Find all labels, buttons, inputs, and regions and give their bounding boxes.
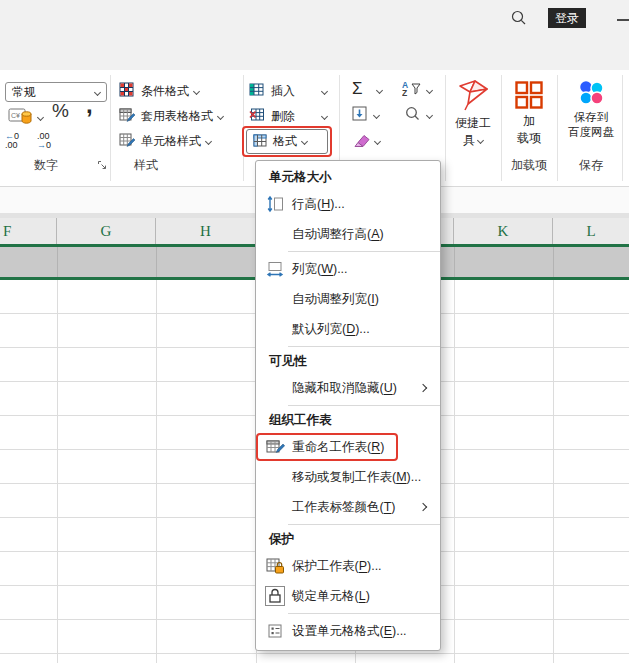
chevron-down-icon	[301, 138, 308, 145]
conditional-formatting-button[interactable]: 条件格式	[119, 81, 199, 101]
number-group-label: 数字	[0, 157, 92, 174]
menu-item-format-cells-dialog[interactable]: 设置单元格格式(E)...	[256, 616, 440, 646]
menu-item-autofit-column-width[interactable]: 自动调整列宽(I)	[256, 284, 440, 314]
menu-separator	[288, 613, 440, 614]
minimize-icon[interactable]	[617, 19, 629, 21]
find-icon[interactable]	[404, 105, 421, 126]
insert-cells-icon	[249, 82, 265, 101]
styles-group-label: 样式	[100, 157, 192, 174]
save-to-baidu-button[interactable]: 保存到 百度网盘	[558, 78, 624, 140]
sort-filter-icon[interactable]: AZ	[402, 80, 422, 101]
lock-cell-icon	[265, 586, 285, 606]
conditional-format-icon	[119, 82, 135, 101]
addins-button[interactable]: 加 载项	[503, 80, 555, 147]
format-button[interactable]: 格式	[246, 129, 328, 154]
column-header-k[interactable]: K	[454, 218, 553, 244]
svg-text:Z: Z	[402, 88, 407, 97]
chevron-down-icon[interactable]	[376, 87, 383, 94]
chevron-down-icon	[321, 112, 328, 119]
decrease-decimal-button[interactable]: ←0 .00	[5, 132, 19, 150]
menu-separator	[288, 405, 440, 406]
column-header-l[interactable]: L	[553, 218, 629, 244]
menu-item-hide-unhide[interactable]: 隐藏和取消隐藏(U)	[256, 373, 440, 403]
column-width-icon	[265, 259, 285, 279]
chevron-down-icon	[477, 137, 484, 144]
convenient-tools-button[interactable]: 便捷工 具	[447, 78, 499, 149]
chevron-down-icon[interactable]	[373, 112, 380, 119]
chevron-down-icon[interactable]	[374, 138, 381, 145]
rename-sheet-icon	[265, 437, 285, 457]
baidu-netdisk-icon	[574, 98, 608, 110]
group-separator	[445, 75, 446, 181]
chevron-down-icon[interactable]	[426, 112, 433, 119]
protect-sheet-icon	[265, 556, 285, 576]
chevron-down-icon	[94, 88, 101, 95]
menu-item-tab-color[interactable]: 工作表标签颜色(T)	[256, 492, 440, 522]
menu-separator	[288, 251, 440, 252]
cell-styles-button[interactable]: 单元格样式	[119, 131, 211, 151]
menu-header-cell-size: 单元格大小	[256, 165, 440, 189]
table-style-icon	[119, 107, 135, 126]
menu-header-protection: 保护	[256, 527, 440, 551]
format-cells-dialog-icon	[265, 621, 285, 641]
insert-cells-button[interactable]: 插入	[249, 81, 327, 101]
autosum-button[interactable]: Σ	[352, 79, 363, 99]
menu-separator	[288, 524, 440, 525]
row-height-icon	[265, 194, 285, 214]
chevron-down-icon	[205, 137, 212, 144]
chevron-down-icon[interactable]	[426, 87, 433, 94]
chevron-down-icon	[193, 87, 200, 94]
chevron-down-icon	[321, 87, 328, 94]
number-format-value: 常规	[12, 84, 36, 101]
submenu-arrow-icon	[419, 503, 427, 511]
currency-icon: C¥	[8, 105, 34, 130]
format-as-table-button[interactable]: 套用表格格式	[119, 106, 223, 126]
menu-header-organize-sheets: 组织工作表	[256, 408, 440, 432]
login-button[interactable]: 登录	[548, 8, 586, 28]
menu-header-visibility: 可见性	[256, 349, 440, 373]
delete-cells-icon	[249, 107, 265, 126]
menu-item-lock-cell[interactable]: 锁定单元格(L)	[256, 581, 440, 611]
search-icon[interactable]	[509, 8, 529, 32]
chevron-down-icon	[37, 113, 44, 120]
clear-eraser-icon[interactable]	[352, 133, 370, 152]
svg-text:C¥: C¥	[11, 111, 20, 118]
menu-item-row-height[interactable]: 行高(H)...	[256, 189, 440, 219]
menu-item-autofit-row-height[interactable]: 自动调整行高(A)	[256, 219, 440, 249]
menu-item-column-width[interactable]: 列宽(W)...	[256, 254, 440, 284]
menu-separator	[288, 346, 440, 347]
format-dropdown-menu: 单元格大小 行高(H)... 自动调整行高(A) 列宽(W)... 自动调整列宽…	[255, 160, 441, 651]
accounting-format-button[interactable]: C¥	[8, 107, 43, 127]
submenu-arrow-icon	[419, 384, 427, 392]
column-header-f[interactable]: F	[0, 218, 57, 244]
format-cells-icon	[253, 133, 268, 151]
save-group-label: 保存	[558, 157, 624, 174]
cell-style-icon	[119, 132, 135, 151]
addins-group-label: 加载项	[503, 157, 555, 174]
delete-cells-button[interactable]: 删除	[249, 106, 327, 126]
menu-item-rename-sheet[interactable]: 重命名工作表(R)	[256, 432, 440, 462]
group-separator	[622, 75, 623, 181]
group-separator	[243, 75, 244, 181]
menu-item-default-column-width[interactable]: 默认列宽(D)...	[256, 314, 440, 344]
group-separator	[501, 75, 502, 181]
column-header-g[interactable]: G	[57, 218, 156, 244]
chevron-down-icon	[217, 112, 224, 119]
origami-tools-icon	[455, 101, 491, 115]
menu-item-protect-sheet[interactable]: 保护工作表(P)...	[256, 551, 440, 581]
column-header-h[interactable]: H	[156, 218, 256, 244]
title-bar: 登录	[0, 0, 629, 70]
percent-style-button[interactable]: %	[52, 101, 69, 121]
addins-grid-icon	[514, 99, 544, 113]
comma-style-button[interactable]: ,	[86, 95, 93, 115]
menu-item-move-copy-sheet[interactable]: 移动或复制工作表(M)...	[256, 462, 440, 492]
increase-decimal-button[interactable]: .00 →0	[37, 132, 51, 150]
fill-down-icon[interactable]	[352, 106, 367, 125]
